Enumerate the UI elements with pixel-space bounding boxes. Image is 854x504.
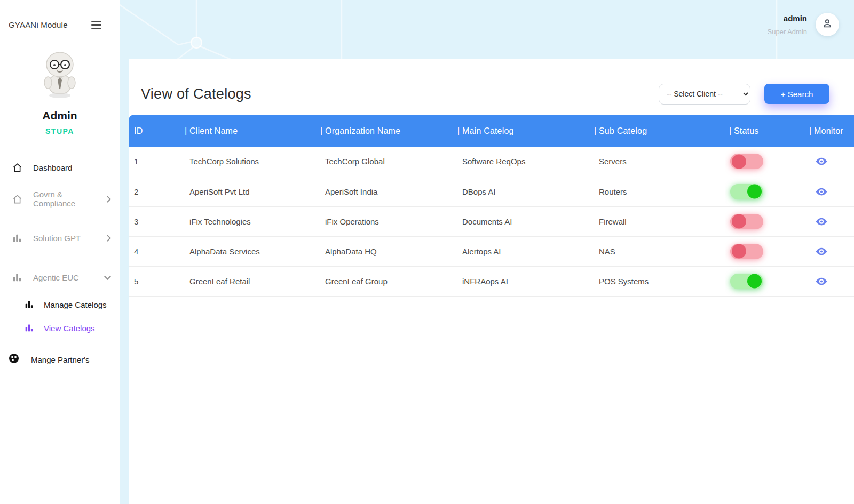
- col-header-monitor: | Monitor: [805, 115, 854, 147]
- sidebar-item-agentic-euc[interactable]: Agentic EUC: [0, 267, 120, 288]
- cell-id: 5: [129, 266, 180, 296]
- status-toggle[interactable]: [730, 184, 763, 199]
- sidebar-subitem-label: Manage Catelogs: [44, 300, 107, 309]
- profile-name: Admin: [0, 109, 120, 122]
- toggle-knob: [732, 214, 746, 229]
- table-row: 5 GreenLeaf Retail GreenLeaf Group iNFRA…: [129, 266, 854, 296]
- cell-monitor: [805, 206, 854, 236]
- cell-organization-name: TechCorp Global: [316, 147, 453, 177]
- client-select[interactable]: -- Select Client --: [659, 84, 750, 105]
- cell-sub-catelog: Firewall: [590, 206, 725, 236]
- chevron-right-icon: [104, 235, 111, 242]
- partners-circle-icon: [9, 353, 19, 366]
- col-header-client-name: | Client Name: [180, 115, 316, 147]
- cell-client-name: TechCorp Solutions: [180, 147, 316, 177]
- toggle-knob: [747, 274, 762, 289]
- search-button[interactable]: + Search: [764, 84, 829, 104]
- bar-chart-icon: [25, 300, 34, 309]
- cell-monitor: [805, 177, 854, 206]
- page-title: View of Catelogs: [141, 86, 251, 102]
- user-chip: admin Super Admin: [768, 13, 839, 36]
- bar-chart-icon: [25, 323, 34, 333]
- sidebar-item-manage-partners[interactable]: Mange Partner's: [0, 353, 120, 366]
- sidebar-item-label: Dashboard: [33, 163, 110, 172]
- hex-pattern-decoration: [120, 0, 854, 59]
- table-row: 1 TechCorp Solutions TechCorp Global Sof…: [129, 147, 854, 177]
- cell-monitor: [805, 147, 854, 177]
- cell-organization-name: iFix Operations: [316, 206, 453, 236]
- sidebar-item-solution-gpt[interactable]: Solution GPT: [0, 227, 120, 249]
- cell-organization-name: GreenLeaf Group: [316, 266, 453, 296]
- sidebar-subitem-label: View Catelogs: [44, 324, 95, 333]
- bar-chart-icon: [12, 233, 22, 243]
- cell-status: [725, 266, 805, 296]
- main-content-card: View of Catelogs -- Select Client -- + S…: [129, 59, 854, 504]
- table-row: 2 AperiSoft Pvt Ltd AperiSoft India DBop…: [129, 177, 854, 206]
- cell-monitor: [805, 236, 854, 266]
- sidebar-subitem-view-catelogs[interactable]: View Catelogs: [0, 318, 120, 338]
- status-toggle[interactable]: [730, 244, 763, 259]
- sidebar-item-label: Govrn & Compliance: [33, 190, 105, 208]
- status-toggle[interactable]: [730, 214, 763, 229]
- toggle-knob: [747, 185, 762, 199]
- chevron-right-icon: [104, 196, 111, 203]
- cell-status: [725, 206, 805, 236]
- hamburger-menu-icon[interactable]: [91, 21, 101, 29]
- home-icon: [12, 194, 22, 204]
- table-row: 4 AlphaData Services AlphaData HQ Alerto…: [129, 236, 854, 266]
- cell-client-name: GreenLeaf Retail: [180, 266, 316, 296]
- profile-block: Admin STUPA: [0, 51, 120, 135]
- monitor-eye-icon[interactable]: [813, 243, 829, 259]
- table-row: 3 iFix Technologies iFix Operations Docu…: [129, 206, 854, 236]
- cell-sub-catelog: Routers: [590, 177, 725, 206]
- cell-main-catelog: iNFRAops AI: [453, 266, 590, 296]
- sidebar-item-label: Mange Partner's: [31, 355, 90, 364]
- sidebar-item-dashboard[interactable]: Dashboard: [0, 157, 120, 178]
- topbar-username: admin: [768, 14, 807, 23]
- toggle-knob: [732, 244, 746, 259]
- sidebar-nav: Dashboard Govrn & Compliance Solution GP…: [0, 157, 120, 366]
- catalogs-table: ID | Client Name | Organization Name | M…: [129, 115, 854, 297]
- cell-main-catelog: Alertops AI: [453, 236, 590, 266]
- col-header-status: | Status: [725, 115, 805, 147]
- cell-client-name: iFix Technologies: [180, 206, 316, 236]
- person-icon: [821, 18, 833, 31]
- sidebar-subitem-manage-catelogs[interactable]: Manage Catelogs: [0, 294, 120, 315]
- cell-client-name: AlphaData Services: [180, 236, 316, 266]
- cell-id: 4: [129, 236, 180, 266]
- top-background-band: [120, 0, 854, 59]
- col-header-organization-name: | Organization Name: [316, 115, 453, 147]
- cell-main-catelog: Software ReqOps: [453, 147, 590, 177]
- cell-id: 3: [129, 206, 180, 236]
- cell-organization-name: AperiSoft India: [316, 177, 453, 206]
- cell-sub-catelog: POS Systems: [590, 266, 725, 296]
- left-accent-strip: [120, 59, 129, 504]
- status-toggle[interactable]: [730, 154, 763, 169]
- table-body: 1 TechCorp Solutions TechCorp Global Sof…: [129, 147, 854, 296]
- user-avatar-button[interactable]: [816, 13, 839, 36]
- cell-main-catelog: DBops AI: [453, 177, 590, 206]
- monitor-eye-icon[interactable]: [813, 183, 829, 199]
- cell-organization-name: AlphaData HQ: [316, 236, 453, 266]
- table-header-row: ID | Client Name | Organization Name | M…: [129, 115, 854, 147]
- cell-client-name: AperiSoft Pvt Ltd: [180, 177, 316, 206]
- topbar-user-role: Super Admin: [768, 28, 822, 36]
- chevron-down-icon: [104, 273, 111, 280]
- cell-status: [725, 147, 805, 177]
- col-header-sub-catelog: | Sub Catelog: [590, 115, 725, 147]
- status-toggle[interactable]: [730, 274, 763, 289]
- monitor-eye-icon[interactable]: [813, 154, 829, 170]
- cell-status: [725, 236, 805, 266]
- cell-id: 1: [129, 147, 180, 177]
- monitor-eye-icon[interactable]: [813, 213, 829, 229]
- cell-main-catelog: Documents AI: [453, 206, 590, 236]
- brand-title: GYAANi Module: [9, 20, 68, 29]
- cell-sub-catelog: Servers: [590, 147, 725, 177]
- sidebar: GYAANi Module Admin STUPA: [0, 0, 120, 504]
- sidebar-item-label: Solution GPT: [33, 234, 105, 243]
- cell-id: 2: [129, 177, 180, 206]
- cell-status: [725, 177, 805, 206]
- monitor-eye-icon[interactable]: [813, 273, 829, 289]
- sidebar-item-govrn-compliance[interactable]: Govrn & Compliance: [0, 188, 120, 210]
- sidebar-item-label: Agentic EUC: [33, 273, 105, 282]
